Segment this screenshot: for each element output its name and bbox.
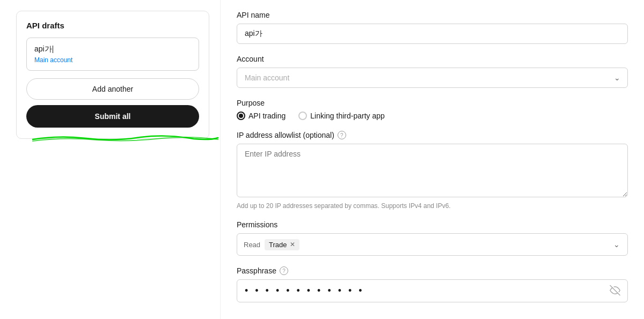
passphrase-label: Passphrase ? bbox=[237, 266, 628, 275]
ip-allowlist-input[interactable] bbox=[237, 144, 628, 197]
permissions-label: Permissions bbox=[237, 220, 628, 229]
purpose-group: Purpose API trading Linking third-party … bbox=[237, 99, 628, 120]
purpose-linking-label: Linking third-party app bbox=[310, 112, 385, 120]
radio-linking[interactable] bbox=[298, 112, 307, 120]
account-select[interactable]: Main account bbox=[237, 68, 628, 88]
ip-allowlist-hint: Add up to 20 IP addresses separated by c… bbox=[237, 202, 628, 210]
text-cursor bbox=[53, 46, 53, 53]
purpose-label: Purpose bbox=[237, 99, 628, 107]
ip-info-icon[interactable]: ? bbox=[338, 131, 346, 139]
left-panel: API drafts api가 Main account Add another… bbox=[0, 0, 220, 319]
account-label: Account bbox=[237, 55, 628, 63]
submit-all-button[interactable]: Submit all bbox=[26, 105, 199, 128]
purpose-api-trading[interactable]: API trading bbox=[237, 112, 286, 120]
account-select-wrapper[interactable]: Main account ⌄ bbox=[237, 68, 628, 88]
drafts-title: API drafts bbox=[26, 21, 199, 30]
permissions-group: Permissions Read Trade ✕ ⌄ bbox=[237, 220, 628, 256]
permissions-chevron-icon: ⌄ bbox=[613, 240, 620, 249]
draft-item-name: api가 bbox=[34, 44, 191, 54]
api-name-group: API name bbox=[237, 11, 628, 44]
purpose-api-trading-label: API trading bbox=[248, 112, 286, 120]
permissions-read: Read bbox=[244, 241, 260, 249]
draft-item-account: Main account bbox=[34, 56, 191, 64]
draft-item[interactable]: api가 Main account bbox=[26, 38, 199, 71]
permissions-trade-label: Trade bbox=[269, 241, 287, 249]
drafts-card: API drafts api가 Main account Add another… bbox=[16, 11, 209, 139]
radio-inner-dot bbox=[239, 114, 243, 118]
permissions-select[interactable]: Read Trade ✕ ⌄ bbox=[237, 233, 628, 256]
eye-slash-icon[interactable] bbox=[610, 285, 620, 297]
ip-allowlist-label: IP address allowlist (optional) ? bbox=[237, 131, 628, 139]
green-scribble-decoration bbox=[27, 132, 221, 143]
passphrase-info-icon[interactable]: ? bbox=[280, 266, 288, 275]
passphrase-group: Passphrase ? bbox=[237, 266, 628, 302]
permissions-trade-tag: Trade ✕ bbox=[265, 239, 299, 250]
api-name-label: API name bbox=[237, 11, 628, 19]
ip-allowlist-group: IP address allowlist (optional) ? Add up… bbox=[237, 131, 628, 210]
radio-api-trading[interactable] bbox=[237, 112, 245, 120]
api-name-input[interactable] bbox=[237, 24, 628, 44]
permissions-trade-remove[interactable]: ✕ bbox=[290, 241, 295, 248]
passphrase-input[interactable] bbox=[237, 279, 628, 302]
account-group: Account Main account ⌄ bbox=[237, 55, 628, 88]
passphrase-wrapper bbox=[237, 279, 628, 302]
right-panel: API name Account Main account ⌄ Purpose … bbox=[220, 0, 644, 319]
purpose-linking[interactable]: Linking third-party app bbox=[298, 112, 385, 120]
purpose-options-row: API trading Linking third-party app bbox=[237, 112, 628, 120]
add-another-button[interactable]: Add another bbox=[26, 78, 199, 100]
